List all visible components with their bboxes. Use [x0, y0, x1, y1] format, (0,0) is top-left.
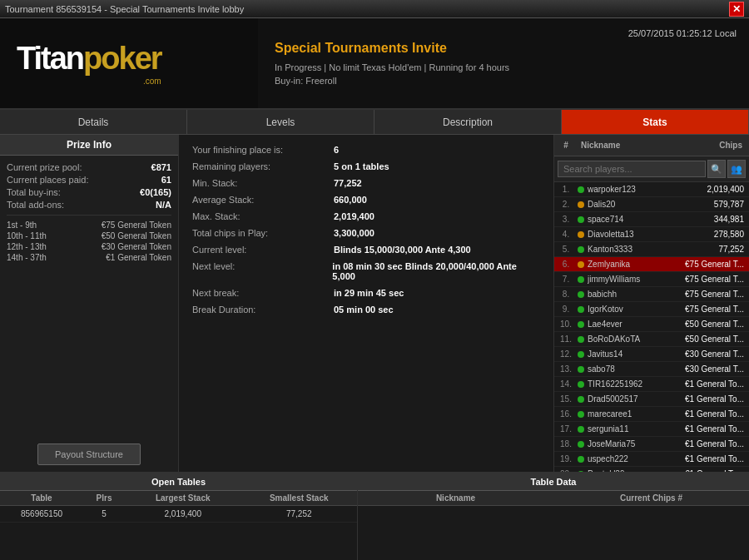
list-item[interactable]: 17. sergunia11 €1 General To... [554, 422, 749, 437]
detail-min-stack: Min. Stack: 77,252 [192, 178, 540, 188]
player-name: JoseMaria75 [588, 439, 682, 448]
player-num: 11. [554, 335, 578, 344]
tab-stats[interactable]: Stats [562, 110, 749, 134]
player-status-dot [578, 336, 584, 343]
prize-row-places: Current places paid: 61 [7, 175, 171, 185]
player-status-dot [578, 351, 584, 358]
player-chips: €1 General To... [682, 454, 749, 463]
player-chips: €75 General T... [682, 260, 749, 269]
player-status [578, 349, 588, 359]
list-item[interactable]: 7. jimmyWilliams €75 General T... [554, 272, 749, 287]
detail-next-break: Next break: in 29 min 45 sec [192, 288, 540, 298]
list-item[interactable]: 16. marecaree1 €1 General To... [554, 407, 749, 422]
prize-tier-3: 12th - 13th €30 General Token [7, 242, 171, 251]
player-status [578, 364, 588, 374]
list-item[interactable]: 6. Zemlyanika €75 General T... [554, 257, 749, 272]
player-status-dot [578, 396, 584, 403]
player-status-dot [578, 201, 584, 208]
list-item[interactable]: 19. uspech222 €1 General To... [554, 452, 749, 467]
player-chips: €1 General To... [682, 469, 749, 472]
prize-tier-4: 14th - 37th €1 General Token [7, 253, 171, 262]
payout-structure-button[interactable]: Payout Structure [37, 444, 141, 465]
col-chips-td: Current Chips # [553, 493, 749, 503]
table-data-header: Table Data [358, 473, 749, 491]
player-status-dot [578, 426, 584, 433]
list-item[interactable]: 15. Drad5002517 €1 General To... [554, 392, 749, 407]
titlebar: Tournament 856539154 - Special Tournamen… [0, 0, 749, 18]
list-item[interactable]: 18. JoseMaria75 €1 General To... [554, 437, 749, 452]
player-status [578, 260, 588, 270]
player-name: uspech222 [588, 454, 682, 463]
open-tables-rows: 856965150 5 2,019,400 77,252 [0, 506, 357, 560]
list-item[interactable]: 20. Pentakl39 €1 General To... [554, 467, 749, 472]
player-num: 12. [554, 349, 578, 359]
prize-info-content: Current prize pool: €871 Current places … [0, 156, 178, 437]
list-item[interactable]: 3. space714 344,981 [554, 212, 749, 227]
player-num: 18. [554, 439, 578, 448]
detail-next-level: Next level: in 08 min 30 sec Blinds 20,0… [192, 261, 540, 281]
tab-levels[interactable]: Levels [187, 110, 374, 134]
search-button[interactable]: 🔍 [707, 160, 726, 178]
player-status-dot [578, 216, 584, 223]
player-num: 16. [554, 409, 578, 419]
player-name: Zemlyanika [588, 260, 682, 269]
player-status-dot [578, 456, 584, 463]
list-item[interactable]: 12. Javitus14 €30 General T... [554, 347, 749, 362]
player-chips: €50 General T... [682, 320, 749, 329]
list-item[interactable]: 10. Lae4ever €50 General T... [554, 317, 749, 332]
player-status [578, 394, 588, 404]
list-item[interactable]: 13. sabo78 €30 General T... [554, 362, 749, 377]
list-item[interactable]: 5. Kanton3333 77,252 [554, 242, 749, 257]
player-name: Diavoletta13 [588, 230, 682, 239]
header-info: Special Tournaments Invite In Progress |… [258, 18, 616, 108]
player-status [578, 290, 588, 300]
logo-poker: poker [83, 41, 161, 77]
list-item[interactable]: 2. Dalis20 579,787 [554, 197, 749, 212]
close-icon[interactable]: ✕ [729, 2, 744, 17]
header-datetime-area: 25/07/2015 01:25:12 Local [616, 18, 749, 108]
list-item[interactable]: 11. BoRoDAKoTA €50 General T... [554, 332, 749, 347]
col-nickname-td: Nickname [358, 493, 553, 503]
cell-table: 856965150 [0, 509, 83, 518]
detail-finishing-place: Your finishing place is: 6 [192, 145, 540, 155]
tab-bar: Details Levels Description Stats [0, 110, 749, 135]
list-item[interactable]: 4. Diavoletta13 278,580 [554, 227, 749, 242]
tab-description[interactable]: Description [374, 110, 562, 134]
list-item[interactable]: 1. warpoker123 2,019,400 [554, 182, 749, 197]
players-icon-btn[interactable]: 👥 [727, 160, 746, 178]
player-status-dot [578, 246, 584, 253]
prize-info-header: Prize Info [0, 135, 178, 156]
open-tables-header: Open Tables [0, 473, 357, 491]
player-num: 4. [554, 230, 578, 239]
player-status [578, 275, 588, 285]
player-chips: €1 General To... [682, 424, 749, 434]
tab-details[interactable]: Details [0, 110, 187, 134]
logo-area: Titan poker .com [0, 18, 258, 108]
titlebar-title: Tournament 856539154 - Special Tournamen… [5, 4, 244, 14]
player-status [578, 245, 588, 255]
player-name: jimmyWilliams [588, 275, 682, 284]
list-item[interactable]: 9. IgorKotov €75 General T... [554, 302, 749, 317]
player-num: 3. [554, 215, 578, 224]
list-item[interactable]: 14. TIR162251962 €1 General To... [554, 377, 749, 392]
col-plrs: Plrs [83, 493, 125, 503]
tournament-status: In Progress | No limit Texas Hold'em | R… [275, 62, 599, 72]
list-item[interactable]: 8. babichh €75 General T... [554, 287, 749, 302]
bottom-section: Open Tables Table Plrs Largest Stack Sma… [0, 472, 749, 560]
table-row[interactable]: 856965150 5 2,019,400 77,252 [0, 506, 357, 523]
col-largest: Largest Stack [125, 493, 241, 503]
player-num: 19. [554, 454, 578, 463]
prize-row-addons: Total add-ons: N/A [7, 200, 171, 210]
player-status [578, 320, 588, 330]
col-table: Table [0, 493, 83, 503]
open-tables-panel: Open Tables Table Plrs Largest Stack Sma… [0, 473, 358, 560]
table-data-panel: Table Data Nickname Current Chips # [358, 473, 749, 560]
player-num: 2. [554, 200, 578, 209]
player-chips: €1 General To... [682, 379, 749, 389]
player-name: space714 [588, 215, 682, 224]
search-input[interactable] [558, 161, 706, 177]
player-name: sergunia11 [588, 424, 682, 434]
tournament-buyin: Buy-in: Freeroll [275, 76, 599, 86]
player-status [578, 200, 588, 210]
player-num: 9. [554, 305, 578, 314]
